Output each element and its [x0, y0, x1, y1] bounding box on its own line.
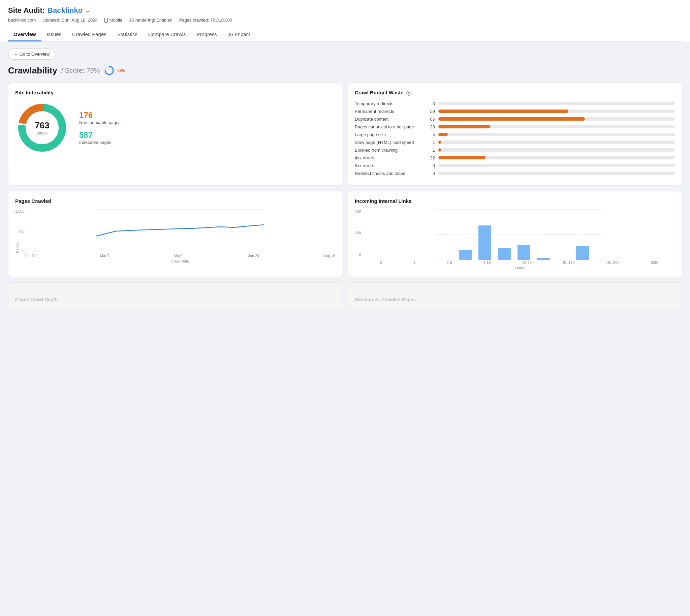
tab-overview[interactable]: Overview	[8, 28, 41, 41]
sitemap-vs-crawled-card: Sitemap vs. Crawled Pages	[348, 282, 682, 309]
x-label-jun24: Jun 24	[248, 254, 259, 258]
budget-bar-bg	[438, 148, 675, 152]
budget-row[interactable]: Temporary redirects 0	[355, 101, 675, 106]
budget-row[interactable]: Redirect chains and loops 0	[355, 171, 675, 176]
budget-bar-bg	[438, 156, 675, 159]
svg-rect-14	[537, 258, 550, 260]
budget-row-value: 22	[425, 155, 435, 160]
indexability-donut-chart: 763 pages	[15, 101, 69, 155]
link-label-151-500: 151-500	[606, 261, 619, 265]
js-rendering-label: JS rendering: Enabled	[129, 18, 173, 23]
svg-rect-10	[459, 250, 472, 260]
budget-bar-fill	[438, 110, 569, 113]
budget-row-value: 59	[425, 109, 435, 114]
budget-bar-bg	[438, 133, 675, 136]
cards-grid: Site Indexability 763 pages	[8, 83, 682, 309]
non-indexable-label: Non-indexable pages	[79, 120, 120, 125]
budget-row-label: Redirect chains and loops	[355, 171, 422, 176]
budget-row[interactable]: Pages canonical to other page 23	[355, 124, 675, 129]
incoming-links-svg	[364, 209, 675, 260]
crawl-budget-title: Crawl Budget Waste i	[355, 90, 675, 96]
budget-row-value: 0	[425, 163, 435, 168]
tab-js-impact[interactable]: JS Impact	[222, 28, 256, 41]
link-label-51-150: 51-150	[563, 261, 575, 265]
y-min-label: 0	[22, 249, 24, 253]
links-y-max: 400	[355, 209, 361, 213]
budget-row[interactable]: Large page size 4	[355, 132, 675, 137]
updated-label: Updated: Sun, Aug 18, 2024	[42, 18, 97, 23]
budget-bar-bg	[438, 110, 675, 113]
budget-row-value: 66	[425, 116, 435, 122]
budget-row-label: Pages canonical to other page	[355, 124, 422, 129]
non-indexable-stat: 176 Non-indexable pages	[79, 111, 120, 125]
indexable-count: 587	[79, 130, 120, 140]
link-label-2-5: 2-5	[447, 261, 452, 265]
budget-bar-bg	[438, 172, 675, 175]
budget-row-label: Duplicate content	[355, 116, 422, 122]
total-pages-count: 763	[35, 120, 49, 131]
budget-bar-bg	[438, 125, 675, 128]
budget-row[interactable]: Slow page (HTML) load speed 1	[355, 140, 675, 145]
budget-bar-fill	[438, 133, 448, 136]
nav-tabs: Overview Issues Crawled Pages Statistics…	[8, 28, 682, 42]
budget-bar-bg	[438, 102, 675, 105]
incoming-internal-links-card: Incoming Internal Links 400 200 0	[348, 191, 682, 277]
budget-row[interactable]: Duplicate content 66	[355, 116, 675, 122]
links-y-mid: 200	[355, 231, 361, 235]
budget-bar-fill	[438, 148, 441, 152]
budget-row-label: Blocked from crawling	[355, 148, 422, 153]
svg-rect-13	[517, 245, 530, 260]
mobile-icon	[105, 18, 108, 23]
pages-crawled-card: Pages Crawled 1,000 500 0 Pages	[8, 191, 342, 277]
budget-row-label: 5xx errors	[355, 163, 422, 168]
budget-bar-fill	[438, 125, 490, 128]
incoming-links-title: Incoming Internal Links	[355, 198, 675, 204]
budget-bar-bg	[438, 117, 675, 120]
budget-row[interactable]: 4xx errors 22	[355, 155, 675, 160]
x-label-may1: May 1	[174, 254, 184, 258]
site-name-link[interactable]: Backlinko	[47, 6, 83, 15]
score-label: / Score: 79%	[61, 67, 100, 74]
budget-row[interactable]: Blocked from crawling 1	[355, 148, 675, 153]
x-labels: Jan 12 Mar 7 May 1 Jun 24 Aug 18	[25, 254, 335, 258]
score-badge: -5%	[104, 65, 125, 76]
info-icon[interactable]: i	[406, 91, 411, 96]
svg-rect-11	[478, 225, 491, 260]
x-label-mar7: Mar 7	[100, 254, 110, 258]
indexability-stats: 176 Non-indexable pages 587 Indexable pa…	[79, 111, 120, 145]
budget-row-label: 4xx errors	[355, 155, 422, 160]
pages-crawled-title: Pages Crawled	[15, 198, 335, 204]
pages-crawled-chart-area: 1,000 500 0 Pages	[15, 209, 335, 263]
app-container: Site Audit: Backlinko ⌄ backlinko.com Up…	[0, 0, 690, 616]
budget-bar-fill	[438, 156, 486, 159]
header: Site Audit: Backlinko ⌄ backlinko.com Up…	[0, 0, 690, 42]
device-label: Mobile	[105, 18, 122, 23]
tab-compare-crawls[interactable]: Compare Crawls	[143, 28, 192, 41]
back-to-overview-button[interactable]: ← Go to Overview	[8, 48, 55, 60]
tab-crawled-pages[interactable]: Crawled Pages	[67, 28, 112, 41]
budget-row-value: 1	[425, 148, 435, 153]
budget-bar-bg	[438, 164, 675, 167]
budget-bar-bg	[438, 140, 675, 144]
link-label-0: 0	[380, 261, 382, 265]
chevron-down-icon[interactable]: ⌄	[85, 7, 90, 14]
meta-info: backlinko.com Updated: Sun, Aug 18, 2024…	[8, 18, 682, 23]
tab-statistics[interactable]: Statistics	[112, 28, 143, 41]
donut-center: 763 pages	[35, 120, 49, 135]
indexable-label: Indexable pages	[79, 140, 120, 145]
links-x-labels: 0 1 2-5 6-15 16-50 51-150 151-500 500+	[364, 261, 675, 265]
score-change-badge: -5%	[116, 68, 125, 73]
budget-row-label: Slow page (HTML) load speed	[355, 140, 422, 145]
site-indexability-title: Site Indexability	[15, 90, 335, 95]
budget-row[interactable]: 5xx errors 0	[355, 163, 675, 168]
budget-row-value: 23	[425, 124, 435, 129]
budget-row-value: 0	[425, 171, 435, 176]
tab-progress[interactable]: Progress	[192, 28, 222, 41]
budget-row[interactable]: Permanent redirects 59	[355, 109, 675, 114]
tab-issues[interactable]: Issues	[41, 28, 67, 41]
links-y-min: 0	[359, 252, 361, 257]
incoming-links-chart-area: 400 200 0	[355, 209, 675, 270]
budget-bar-fill	[438, 140, 441, 144]
pages-crawled-label: Pages crawled: 763/10,000	[179, 18, 232, 23]
indexability-content: 763 pages 176 Non-indexable pages 587 In…	[15, 101, 335, 155]
